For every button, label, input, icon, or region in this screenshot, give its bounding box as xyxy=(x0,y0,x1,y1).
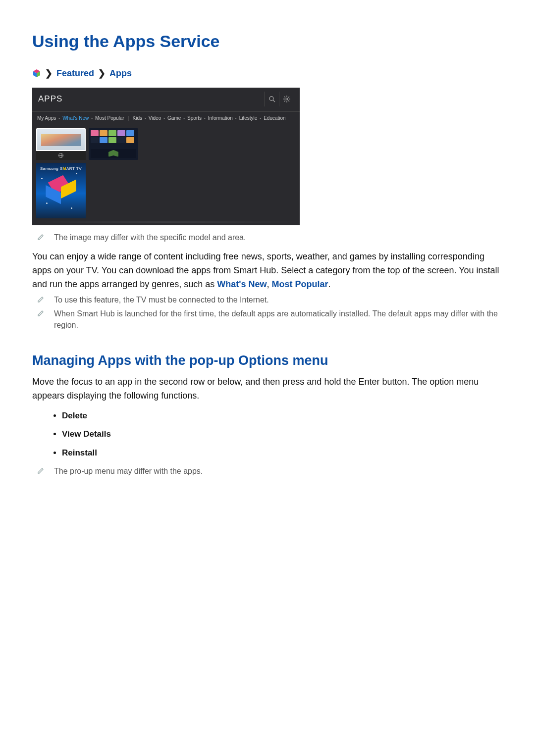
home-cube-icon xyxy=(32,69,41,78)
tv-cat-lifestyle[interactable]: Lifestyle xyxy=(239,115,258,122)
note-internet: To use this feature, the TV must be conn… xyxy=(37,295,503,305)
page-title: Using the Apps Service xyxy=(32,30,503,53)
smarttv-label-mid: M xyxy=(63,166,66,171)
option-reinstall: Reinstall xyxy=(62,447,503,459)
pen-icon xyxy=(37,232,46,243)
svg-line-13 xyxy=(284,101,285,101)
smarttv-label-prefix: Samsung S xyxy=(40,166,63,171)
smarttv-label-suffix: ART TV xyxy=(66,166,82,171)
options-list: Delete View Details Reinstall xyxy=(62,410,503,459)
pen-icon xyxy=(37,466,46,477)
breadcrumb-apps: Apps xyxy=(109,67,132,80)
note-image-differ: The image may differ with the specific m… xyxy=(37,232,503,243)
globe-icon xyxy=(58,153,63,158)
svg-line-10 xyxy=(284,97,285,98)
svg-line-12 xyxy=(288,97,289,98)
pen-icon xyxy=(37,308,46,331)
note-text: The image may differ with the specific m… xyxy=(54,232,246,243)
note-text: To use this feature, the TV must be conn… xyxy=(54,295,269,305)
chevron-right-icon: ❯ xyxy=(98,67,106,80)
chevron-right-icon: ❯ xyxy=(45,67,53,80)
breadcrumb-featured: Featured xyxy=(56,67,94,80)
body-paragraph-2: Move the focus to an app in the second r… xyxy=(32,375,503,403)
link-whats-new: What's New xyxy=(217,279,267,289)
tv-cat-information[interactable]: Information xyxy=(208,115,233,122)
app-tile-1[interactable] xyxy=(36,128,86,160)
link-most-popular: Most Popular xyxy=(272,279,328,289)
pen-icon xyxy=(37,295,46,305)
tv-cat-video[interactable]: Video xyxy=(149,115,161,122)
tv-apps-title: APPS xyxy=(38,93,62,105)
tv-cat-game[interactable]: Game xyxy=(167,115,181,122)
svg-line-11 xyxy=(288,101,289,101)
svg-line-4 xyxy=(273,100,275,102)
tv-cat-kids[interactable]: Kids xyxy=(133,115,142,122)
tv-cat-sports[interactable]: Sports xyxy=(187,115,202,122)
gear-icon[interactable] xyxy=(279,92,294,106)
tv-screenshot: APPS My Apps • What's New • Most Popular… xyxy=(32,88,300,225)
svg-point-5 xyxy=(286,98,288,100)
note-text: When Smart Hub is launched for the first… xyxy=(54,308,503,331)
tv-category-bar: My Apps • What's New • Most Popular | Ki… xyxy=(32,112,300,125)
note-default-apps: When Smart Hub is launched for the first… xyxy=(37,308,503,331)
svg-point-3 xyxy=(269,97,273,101)
subheading-managing: Managing Apps with the pop-up Options me… xyxy=(32,352,503,370)
tv-cat-education[interactable]: Education xyxy=(264,115,285,122)
breadcrumb: ❯ Featured ❯ Apps xyxy=(32,67,503,80)
tv-cat-mostpopular[interactable]: Most Popular xyxy=(95,115,124,122)
search-icon[interactable] xyxy=(264,92,279,106)
tv-cat-whatsnew[interactable]: What's New xyxy=(62,115,89,122)
body-paragraph-1: You can enjoy a wide range of content in… xyxy=(32,250,503,292)
app-tile-smarttv[interactable]: Samsung SMART TV xyxy=(36,163,86,218)
book-icon xyxy=(108,150,118,157)
note-popup-differ: The pro-up menu may differ with the apps… xyxy=(37,466,503,477)
option-delete: Delete xyxy=(62,410,503,422)
note-text: The pro-up menu may differ with the apps… xyxy=(54,466,203,477)
tv-cat-myapps[interactable]: My Apps xyxy=(37,115,56,122)
app-tile-2[interactable] xyxy=(89,128,138,160)
option-view-details: View Details xyxy=(62,428,503,440)
